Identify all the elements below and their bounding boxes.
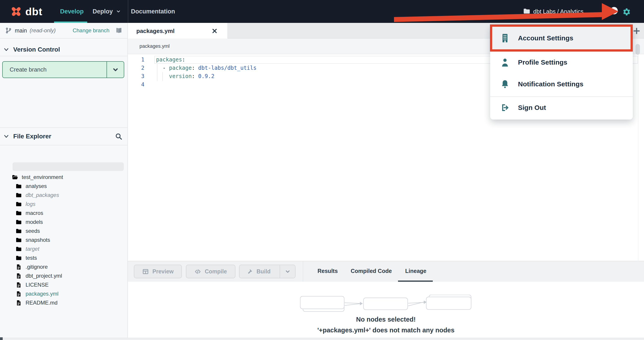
chevron-down-icon [285,269,290,274]
editor-scrollbar-thumb[interactable] [636,44,640,55]
folder-icon [16,210,22,216]
project-breadcrumb[interactable]: dbt Labs / Analytics [533,0,584,23]
tree-item-file[interactable]: dbt_project.yml [0,271,127,280]
tree-item-folder[interactable]: seeds [0,226,127,236]
folder-icon [16,219,22,226]
tree-item-file-selected[interactable]: packages.yml [0,289,127,298]
tree-item-folder[interactable]: logs [0,200,127,208]
chevron-down-icon [112,66,119,73]
git-branch-icon [6,27,12,34]
chevron-down-icon [3,47,9,52]
preview-button[interactable]: Preview [134,265,182,278]
line-number: 4 [128,82,148,88]
line-number: 1 [128,56,148,63]
help-icon[interactable] [610,7,618,14]
file-explorer-title: File Explorer [13,133,51,140]
branch-name: main [15,27,27,34]
tab-results[interactable]: Results [318,261,338,280]
menu-item-profile-settings[interactable]: Profile Settings [490,52,633,73]
nav-documentation[interactable]: Documentation [131,0,175,23]
navbar-divider [128,0,128,23]
folder-icon [16,183,22,190]
lineage-ghost-diagram [294,295,476,314]
account-settings-menu: Account Settings Profile Settings Notifi… [490,25,633,120]
menu-item-sign-out[interactable]: Sign Out [490,97,633,118]
gear-icon[interactable] [622,7,631,16]
sidebar: main (read-only) Change branch Version C… [0,23,128,340]
folder-icon [16,228,22,234]
branch-row: main (read-only) Change branch [0,23,127,38]
create-branch-caret[interactable] [106,62,124,78]
tab-packages-yml[interactable]: packages.yml [128,23,228,39]
tree-item-file[interactable]: .gitignore [0,262,127,271]
lineage-empty-subtitle: '+packages.yml+' does not match any node… [128,326,644,334]
file-explorer-header[interactable]: File Explorer [0,128,127,145]
new-tab-plus-icon[interactable] [633,27,640,35]
tree-item-folder[interactable]: models [0,218,127,226]
folder-open-icon [12,174,18,180]
code-icon [194,268,201,275]
file-icon [16,264,22,270]
actionbar-divider [303,261,303,282]
tab-lineage[interactable]: Lineage [405,261,426,280]
build-options-caret[interactable] [280,265,295,278]
user-icon [501,58,509,67]
tree-item-folder[interactable]: tests [0,254,127,262]
line-number: 3 [128,73,148,80]
sign-out-icon [501,103,509,112]
tab-compiled-code[interactable]: Compiled Code [351,261,392,280]
tree-item-folder[interactable]: macros [0,208,127,218]
version-control-title: Version Control [13,46,60,53]
change-branch-link[interactable]: Change branch [73,27,110,34]
file-icon [16,282,22,288]
folder-icon [16,255,22,261]
branch-mode: (read-only) [30,27,56,34]
action-bar: Preview Compile Build Results Compiled C… [128,261,644,282]
project-folder-icon [522,8,531,15]
line-number: 2 [128,65,148,71]
nav-develop[interactable]: Develop [60,0,84,23]
file-icon [16,273,22,279]
top-navbar: dbt Develop Deploy Documentation dbt Lab… [0,0,644,23]
version-control-header[interactable]: Version Control [0,43,127,56]
tree-item-folder[interactable]: target [0,244,127,254]
tree-item-file[interactable]: README.md [0,298,127,307]
tree-item-file[interactable]: LICENSE [0,280,127,289]
editor-scrollbar-track [638,54,638,261]
create-branch-button[interactable]: Create branch [2,61,124,78]
menu-item-notification-settings[interactable]: Notification Settings [490,73,633,95]
folder-icon [16,246,22,252]
file-icon [16,291,22,297]
folder-icon [16,237,22,243]
breadcrumb-filename: packages.yml [128,43,170,49]
bottom-scrollbar-thumb[interactable] [0,337,3,340]
file-icon [16,300,22,306]
folder-icon [16,201,22,208]
chevron-down-icon [116,9,121,14]
table-icon [142,268,149,275]
tree-item-folder[interactable]: dbt_packages [0,191,127,200]
lineage-empty-title: No nodes selected! [128,316,644,323]
build-button[interactable]: Build [239,265,296,278]
file-search-button[interactable] [115,128,122,145]
bell-icon [501,79,509,89]
bottom-scrollbar-track [0,338,644,340]
nav-deploy[interactable]: Deploy [92,0,121,23]
tree-item-folder[interactable]: test_environment [0,173,127,182]
folder-icon [16,192,22,198]
lineage-panel: No nodes selected! '+packages.yml+' does… [128,282,644,338]
docs-book-icon[interactable] [114,27,123,34]
compile-button[interactable]: Compile [186,265,236,278]
close-icon[interactable] [211,28,218,34]
dbt-cloud-ide: dbt Develop Deploy Documentation dbt Lab… [0,0,644,340]
chevron-down-icon [3,134,9,139]
dbt-logo-icon[interactable] [9,5,23,18]
tree-item-folder[interactable]: snapshots [0,236,127,244]
tree-item-folder[interactable]: analyses [0,182,127,191]
selected-file-highlight [12,162,124,171]
building-icon [501,33,509,43]
dbt-brand[interactable]: dbt [25,6,42,18]
search-icon [115,132,122,140]
menu-item-account-settings[interactable]: Account Settings [490,24,633,52]
hammer-icon [246,268,253,275]
